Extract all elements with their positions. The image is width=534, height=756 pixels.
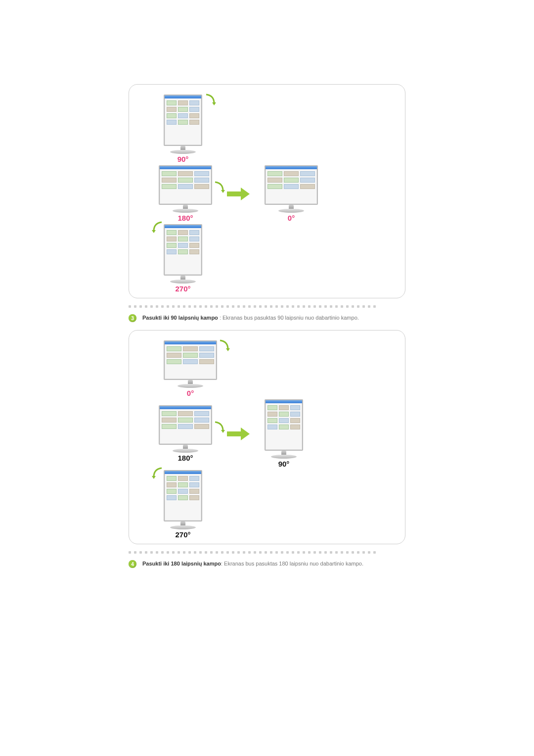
caption-rest: Ekranas bus pasuktas 90 laipsniu nuo dab… bbox=[222, 315, 359, 321]
monitor-180 bbox=[159, 405, 212, 453]
caption-180: 4 Pasukti iki 180 laipsnių kampo: Ekrana… bbox=[129, 560, 405, 568]
monitor-90 bbox=[164, 94, 202, 154]
monitor-270 bbox=[164, 224, 202, 284]
caption-bold: Pasukti iki 90 laipsnių kampo bbox=[142, 315, 218, 321]
monitor-90 bbox=[265, 399, 303, 459]
caption-bold: Pasukti iki 180 laipsnių kampo bbox=[142, 561, 221, 567]
degree-label: 0° bbox=[187, 389, 194, 397]
caption-rest: Ekranas bus pasuktas 180 laipsniu nuo da… bbox=[224, 561, 363, 567]
degree-label: 90° bbox=[278, 460, 290, 468]
bullet-number: 4 bbox=[129, 560, 136, 568]
degree-label: 90° bbox=[178, 155, 189, 163]
arrow-icon bbox=[226, 187, 251, 201]
degree-label: 270° bbox=[175, 530, 190, 539]
monitor-180 bbox=[159, 165, 212, 213]
degree-label: 180° bbox=[178, 214, 193, 222]
separator bbox=[129, 549, 405, 560]
arrow-icon bbox=[226, 426, 251, 441]
degree-label: 270° bbox=[175, 284, 190, 293]
bullet-number: 3 bbox=[129, 314, 136, 322]
degree-label: 0° bbox=[288, 214, 295, 222]
figure-rotate-180: 0° 180° bbox=[129, 330, 405, 544]
monitor-0 bbox=[265, 165, 318, 213]
caption-90: 3 Pasukti iki 90 laipsnių kampo : Ekrana… bbox=[129, 314, 405, 322]
degree-label: 180° bbox=[178, 454, 193, 462]
monitor-270 bbox=[164, 470, 202, 529]
figure-rotate-90: 90° 180° bbox=[129, 84, 405, 298]
monitor-0 bbox=[164, 340, 217, 388]
separator bbox=[129, 303, 405, 314]
